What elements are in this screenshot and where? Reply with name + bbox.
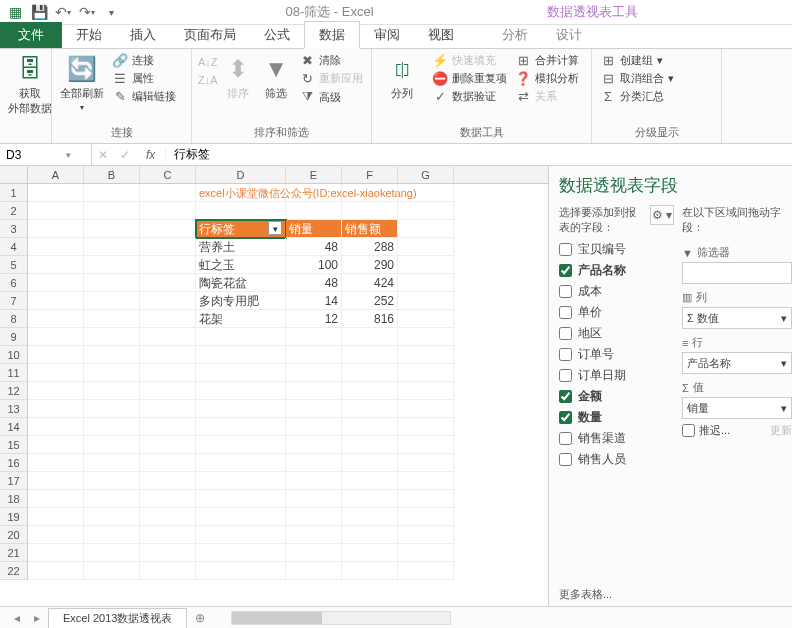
col-header[interactable]: C [140, 166, 196, 183]
cell[interactable] [84, 526, 140, 544]
cell[interactable]: 48 [286, 238, 342, 256]
cell[interactable] [140, 418, 196, 436]
formula-input[interactable] [166, 148, 792, 162]
cell[interactable]: 营养土 [196, 238, 286, 256]
name-box[interactable]: ▾ [0, 144, 92, 165]
cell[interactable] [84, 292, 140, 310]
cell[interactable] [84, 508, 140, 526]
col-header[interactable]: B [84, 166, 140, 183]
group-button[interactable]: ⊞创建组 ▾ [598, 52, 676, 69]
cell[interactable] [140, 544, 196, 562]
cell[interactable] [84, 472, 140, 490]
cell[interactable] [342, 346, 398, 364]
cell[interactable] [28, 418, 84, 436]
cell[interactable] [398, 256, 454, 274]
sheet-nav-next-icon[interactable]: ▸ [28, 611, 46, 625]
horizontal-scrollbar[interactable] [231, 611, 451, 625]
data-validation-button[interactable]: ✓数据验证 [430, 88, 509, 105]
field-checkbox[interactable] [559, 411, 572, 424]
cell[interactable] [398, 418, 454, 436]
cell[interactable] [398, 310, 454, 328]
cell[interactable] [398, 472, 454, 490]
cell[interactable] [140, 292, 196, 310]
cell[interactable] [286, 382, 342, 400]
row-header[interactable]: 12 [0, 382, 28, 400]
col-header[interactable]: E [286, 166, 342, 183]
cell[interactable] [342, 508, 398, 526]
cell[interactable] [196, 418, 286, 436]
cell[interactable] [84, 238, 140, 256]
row-header[interactable]: 6 [0, 274, 28, 292]
row-header[interactable]: 10 [0, 346, 28, 364]
col-header[interactable]: G [398, 166, 454, 183]
tab-review[interactable]: 审阅 [360, 22, 414, 48]
cell[interactable] [196, 544, 286, 562]
cell[interactable] [342, 202, 398, 220]
relationships-button[interactable]: ⇄关系 [513, 88, 581, 105]
cell[interactable] [398, 562, 454, 580]
tab-file[interactable]: 文件 [0, 22, 62, 48]
remove-duplicates-button[interactable]: ⛔删除重复项 [430, 70, 509, 87]
field-item[interactable]: 金额 [559, 386, 674, 407]
tab-analyze[interactable]: 分析 [488, 22, 542, 48]
cell[interactable] [28, 274, 84, 292]
field-checkbox[interactable] [559, 243, 572, 256]
cell[interactable] [398, 274, 454, 292]
cell[interactable] [140, 274, 196, 292]
filter-button[interactable]: ▼ 筛选 [259, 52, 293, 103]
cell[interactable] [84, 490, 140, 508]
cell[interactable] [286, 454, 342, 472]
col-header[interactable]: A [28, 166, 84, 183]
col-header[interactable]: F [342, 166, 398, 183]
cell[interactable]: 424 [342, 274, 398, 292]
sheet-tab[interactable]: Excel 2013数据透视表 [48, 608, 187, 628]
row-header[interactable]: 3 [0, 220, 28, 238]
row-header[interactable]: 8 [0, 310, 28, 328]
field-checkbox[interactable] [559, 285, 572, 298]
cell[interactable] [196, 472, 286, 490]
cell[interactable]: 12 [286, 310, 342, 328]
cell[interactable]: 288 [342, 238, 398, 256]
cell[interactable]: 虹之玉 [196, 256, 286, 274]
cell[interactable]: 销量 [286, 220, 342, 238]
field-checkbox[interactable] [559, 369, 572, 382]
row-header[interactable]: 19 [0, 508, 28, 526]
cell[interactable] [140, 382, 196, 400]
row-header[interactable]: 20 [0, 526, 28, 544]
cell[interactable] [398, 346, 454, 364]
advanced-filter-button[interactable]: ⧩高级 [297, 88, 365, 106]
cell[interactable] [84, 454, 140, 472]
consolidate-button[interactable]: ⊞合并计算 [513, 52, 581, 69]
cell[interactable]: 多肉专用肥 [196, 292, 286, 310]
cell[interactable] [342, 418, 398, 436]
cell[interactable] [398, 238, 454, 256]
field-checkbox[interactable] [559, 432, 572, 445]
cell[interactable] [342, 526, 398, 544]
ungroup-button[interactable]: ⊟取消组合 ▾ [598, 70, 676, 87]
row-header[interactable]: 9 [0, 328, 28, 346]
cell[interactable] [28, 454, 84, 472]
cell[interactable] [140, 310, 196, 328]
cell[interactable] [286, 436, 342, 454]
cell[interactable] [196, 526, 286, 544]
cell[interactable] [342, 364, 398, 382]
cell[interactable] [140, 472, 196, 490]
chevron-down-icon[interactable]: ▾ [781, 402, 787, 415]
cell[interactable] [28, 346, 84, 364]
cell[interactable] [28, 544, 84, 562]
scroll-thumb[interactable] [232, 612, 322, 624]
cell[interactable] [196, 364, 286, 382]
cell[interactable] [398, 292, 454, 310]
cell[interactable] [28, 328, 84, 346]
cell[interactable] [398, 184, 454, 202]
chevron-down-icon[interactable]: ▾ [781, 312, 787, 325]
cell[interactable] [286, 400, 342, 418]
subtotal-button[interactable]: Σ分类汇总 [598, 88, 676, 105]
cell[interactable] [398, 508, 454, 526]
cancel-formula-icon[interactable]: ✕ [92, 148, 114, 162]
cell[interactable] [398, 202, 454, 220]
cell[interactable]: 14 [286, 292, 342, 310]
tab-data[interactable]: 数据 [304, 21, 360, 49]
row-header[interactable]: 18 [0, 490, 28, 508]
clear-filter-button[interactable]: ✖清除 [297, 52, 365, 69]
